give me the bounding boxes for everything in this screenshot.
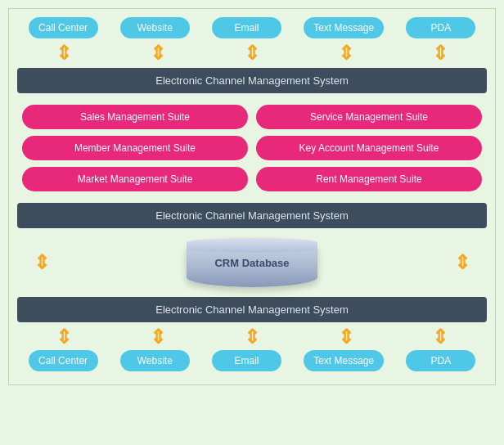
top-arrows: ⇕ ⇕ ⇕ ⇕ ⇕	[17, 43, 487, 63]
arrow-b3: ⇕	[217, 327, 286, 347]
bottom-arrows: ⇕ ⇕ ⇕ ⇕ ⇕	[17, 327, 487, 347]
suites-area: Sales Management Suite Member Management…	[17, 98, 487, 198]
call-center-bottom-btn[interactable]: Call Center	[29, 350, 98, 371]
text-message-bottom-btn[interactable]: Text Message	[304, 350, 384, 371]
banner-2: Electronic Channel Management System	[17, 203, 487, 228]
left-arrow: ⇕	[25, 251, 58, 274]
email-bottom-btn[interactable]: Email	[212, 350, 281, 371]
pda-top-btn[interactable]: PDA	[406, 17, 475, 38]
arrow-2: ⇕	[124, 43, 193, 63]
member-mgmt-btn[interactable]: Member Management Suite	[22, 136, 248, 160]
main-container: Call Center Website Email Text Message P…	[8, 8, 496, 385]
crm-container: CRM Database	[58, 238, 446, 287]
top-channel-row: Call Center Website Email Text Message P…	[17, 17, 487, 38]
arrow-b2: ⇕	[124, 327, 193, 347]
arrow-4: ⇕	[311, 43, 380, 63]
arrow-5: ⇕	[405, 43, 475, 63]
crm-database: CRM Database	[187, 238, 317, 287]
website-top-btn[interactable]: Website	[120, 17, 190, 38]
arrow-b5: ⇕	[405, 327, 475, 347]
arrow-b1: ⇕	[29, 327, 99, 347]
arrow-b4: ⇕	[311, 327, 380, 347]
email-top-btn[interactable]: Email	[212, 17, 281, 38]
middle-section: ⇕ CRM Database ⇕	[17, 233, 487, 292]
crm-label: CRM Database	[214, 257, 289, 269]
call-center-top-btn[interactable]: Call Center	[29, 17, 98, 38]
sales-mgmt-btn[interactable]: Sales Management Suite	[22, 105, 248, 129]
service-mgmt-btn[interactable]: Service Management Suite	[256, 105, 482, 129]
bottom-channel-row: Call Center Website Email Text Message P…	[17, 350, 487, 371]
banner-3: Electronic Channel Management System	[17, 297, 487, 322]
right-arrow: ⇕	[446, 251, 479, 274]
text-message-top-btn[interactable]: Text Message	[304, 17, 384, 38]
suites-left-col: Sales Management Suite Member Management…	[22, 105, 248, 191]
market-mgmt-btn[interactable]: Market Management Suite	[22, 167, 248, 191]
suites-right-col: Service Management Suite Key Account Man…	[256, 105, 482, 191]
website-bottom-btn[interactable]: Website	[120, 350, 190, 371]
pda-bottom-btn[interactable]: PDA	[406, 350, 475, 371]
banner-1: Electronic Channel Management System	[17, 68, 487, 93]
rent-mgmt-btn[interactable]: Rent Management Suite	[256, 167, 482, 191]
arrow-1: ⇕	[29, 43, 99, 63]
arrow-3: ⇕	[217, 43, 286, 63]
key-account-mgmt-btn[interactable]: Key Account Management Suite	[256, 136, 482, 160]
